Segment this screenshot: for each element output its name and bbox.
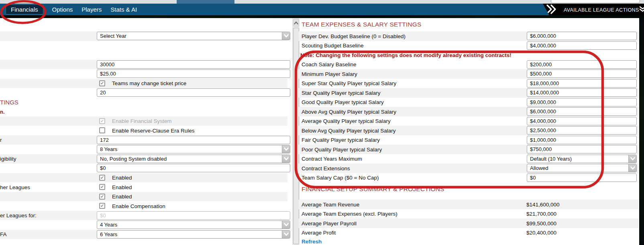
right-row: Fair Quality Player typical Salary$1,000… xyxy=(299,135,638,145)
row-input[interactable]: $18,000,000 xyxy=(527,79,637,88)
row-input[interactable]: $4,000,000 xyxy=(527,117,637,125)
row-input[interactable]: 30000 xyxy=(97,60,290,69)
app-screen: FinancialsOptionsPlayersStats & AI AVAIL… xyxy=(0,0,644,245)
right-row: Player Dev. Budget Baseline (0 = Disable… xyxy=(299,31,638,41)
row-label: Average Quality Player typical Salary xyxy=(302,118,391,124)
summary-value: $99,500,000 xyxy=(526,220,556,226)
chevron-down-icon xyxy=(282,231,290,238)
row-select[interactable]: 6 Years xyxy=(97,230,290,239)
right-row: Note: Changing the following settings do… xyxy=(299,50,638,60)
chevron-down-icon xyxy=(282,32,290,40)
chevron-down-icon xyxy=(284,147,289,151)
double-chevron-down-icon xyxy=(639,6,644,14)
right-row: Good Quality Player typical Salary$9,000… xyxy=(299,98,638,107)
row-input[interactable]: $14,000,000 xyxy=(527,88,637,97)
tab-players[interactable]: Players xyxy=(82,6,102,13)
row-select[interactable]: 4 Years xyxy=(97,220,290,229)
row-input[interactable]: $4,000,000 xyxy=(527,41,637,50)
scrollbar-thumb[interactable] xyxy=(293,28,299,244)
row-input[interactable]: $1,000,000 xyxy=(527,136,637,144)
row-input[interactable]: $6,000,000 xyxy=(527,107,637,116)
left-row: 20 xyxy=(0,88,287,98)
row-input-value: $0 xyxy=(530,175,536,181)
row-select-value: 8 Years xyxy=(100,146,117,152)
row-select-value: 4 Years xyxy=(100,222,117,228)
right-row: Poor Quality Player typical Salary$750,0… xyxy=(299,145,638,154)
row-label: Contract Years Maximum xyxy=(302,156,362,162)
left-row: 30000 xyxy=(0,60,287,69)
row-input[interactable]: $9,000,000 xyxy=(527,98,637,106)
summary-row: Average Player Payroll$99,500,000 xyxy=(299,218,638,228)
row-checkbox[interactable]: ✔ xyxy=(99,194,105,200)
checkbox-label: Enable Reserve-Clause Era Rules xyxy=(112,127,195,133)
row-input[interactable]: $200,000 xyxy=(527,60,637,69)
row-input-value: $750,000 xyxy=(530,146,552,152)
row-label-fragment: er Leagues for: xyxy=(0,212,37,218)
tab-options[interactable]: Options xyxy=(52,6,73,13)
refresh-link[interactable]: Refresh xyxy=(302,239,322,245)
row-select[interactable]: Select Year xyxy=(97,32,290,40)
row-label: Contract Extensions xyxy=(302,165,350,171)
row-label-fragment: igibility xyxy=(0,156,16,162)
summary-value: $141,600,000 xyxy=(526,201,560,207)
row-checkbox[interactable]: ✔ xyxy=(99,175,105,181)
row-input[interactable]: $0 xyxy=(97,164,290,172)
left-row: $25.00 xyxy=(0,69,287,79)
row-input-value: $6,000,000 xyxy=(530,108,556,114)
chevron-down-icon xyxy=(282,145,290,153)
scroll-up-button[interactable] xyxy=(293,19,299,27)
row-input-value: $25.00 xyxy=(100,71,116,77)
right-row: Below Avg Quality Player typical Salary$… xyxy=(299,126,638,135)
row-input[interactable]: 20 xyxy=(97,88,290,97)
row-label: Poor Quality Player typical Salary xyxy=(302,146,382,152)
row-input-value: $500,000 xyxy=(530,71,552,77)
row-checkbox[interactable]: ✔ xyxy=(99,80,105,86)
left-row: ✔Enabled xyxy=(0,173,287,183)
double-chevron-right-icon xyxy=(546,4,556,16)
right-row: Contract ExtensionsAllowed xyxy=(299,163,638,173)
summary-label: Average Team Revenue xyxy=(302,201,359,207)
row-input[interactable]: 172 xyxy=(97,136,290,144)
summary-label: Average Team Expenses (excl. Players) xyxy=(302,211,397,217)
row-input-value: $9,000,000 xyxy=(530,99,556,105)
row-input[interactable]: $25.00 xyxy=(97,69,290,78)
row-select[interactable]: Allowed xyxy=(527,164,637,172)
row-input-value: $6,000,000 xyxy=(530,33,556,39)
partial-input-above xyxy=(551,0,640,3)
nav-tabs: FinancialsOptionsPlayersStats & AI xyxy=(6,4,137,15)
left-row: ✔Enable Financial System xyxy=(0,116,287,126)
tab-financials[interactable]: Financials xyxy=(6,4,43,14)
row-input[interactable]: $750,000 xyxy=(527,145,637,153)
row-checkbox[interactable]: ✔ xyxy=(99,118,105,124)
row-label: Minimum Player Salary xyxy=(302,71,357,77)
row-checkbox[interactable]: ✔ xyxy=(99,203,105,209)
row-select[interactable]: No, Posting System disabled xyxy=(97,155,290,163)
available-league-actions-button[interactable]: AVAILABLE LEAGUE ACTIONS xyxy=(543,4,644,16)
right-edge-strip xyxy=(639,18,644,245)
chevron-down-icon xyxy=(628,164,636,172)
row-select-value: Select Year xyxy=(100,33,126,39)
main-nav-bar: FinancialsOptionsPlayersStats & AI AVAIL… xyxy=(0,4,644,15)
row-input[interactable]: $500,000 xyxy=(527,69,637,78)
row-input-value: $18,000,000 xyxy=(530,80,559,86)
left-row: TINGS xyxy=(0,98,287,107)
row-input[interactable]: $0 xyxy=(527,174,637,182)
left-row: ✔Enable Compensation xyxy=(0,201,287,211)
checkbox-label: Enable Financial System xyxy=(112,118,172,124)
row-select[interactable]: Default (10 Years) xyxy=(527,155,637,163)
row-select[interactable]: 8 Years xyxy=(97,145,290,153)
right-row: Contract Years MaximumDefault (10 Years) xyxy=(299,154,638,164)
summary-rows: Average Team Revenue$141,600,000Average … xyxy=(299,200,638,237)
row-checkbox[interactable] xyxy=(99,127,105,133)
row-input[interactable]: $0 xyxy=(97,211,290,220)
tab-stats-ai[interactable]: Stats & AI xyxy=(110,6,137,13)
row-select-value: 6 Years xyxy=(100,231,117,237)
left-row: ✔Enabled xyxy=(0,192,287,202)
row-input[interactable]: $2,500,000 xyxy=(527,126,637,135)
row-label: Super Star Quality Player typical Salary xyxy=(302,80,396,86)
row-input[interactable]: $6,000,000 xyxy=(527,32,637,40)
row-label: Scouting Budget Baseline xyxy=(302,43,364,49)
checkbox-label: Enable Compensation xyxy=(112,203,165,209)
row-input-value: $1,000,000 xyxy=(530,137,556,143)
row-checkbox[interactable]: ✔ xyxy=(99,184,105,190)
